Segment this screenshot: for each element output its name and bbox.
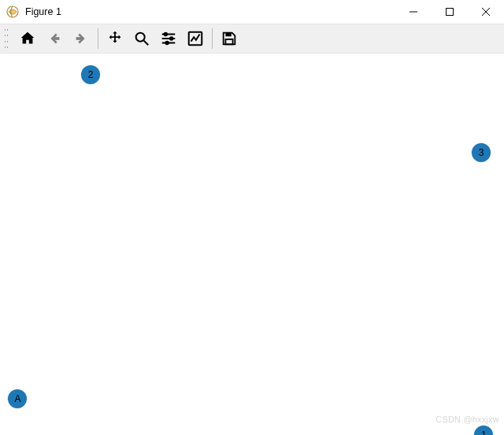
toolbar bbox=[0, 24, 504, 53]
plot-canvas[interactable]: A231 bbox=[0, 53, 504, 435]
minimize-button[interactable] bbox=[395, 0, 432, 24]
toolbar-separator bbox=[212, 28, 213, 49]
node-2[interactable]: 2 bbox=[81, 65, 100, 84]
node-A[interactable]: A bbox=[8, 389, 27, 408]
watermark: CSDN @hxxjxw bbox=[435, 415, 499, 424]
svg-rect-3 bbox=[76, 37, 83, 40]
save-button[interactable] bbox=[216, 27, 243, 50]
pan-button[interactable] bbox=[102, 27, 128, 50]
titlebar: Figure 1 bbox=[0, 0, 504, 24]
close-button[interactable] bbox=[468, 0, 504, 24]
svg-point-5 bbox=[165, 33, 168, 36]
home-button[interactable] bbox=[14, 27, 41, 50]
svg-rect-2 bbox=[52, 37, 59, 40]
toolbar-grip bbox=[5, 29, 9, 48]
node-3[interactable]: 3 bbox=[472, 143, 491, 162]
forward-button[interactable] bbox=[68, 27, 94, 50]
zoom-button[interactable] bbox=[128, 27, 155, 50]
svg-point-7 bbox=[165, 42, 169, 45]
svg-rect-1 bbox=[447, 9, 454, 16]
back-button[interactable] bbox=[41, 27, 68, 50]
subplots-button[interactable] bbox=[155, 27, 182, 50]
svg-point-4 bbox=[136, 33, 145, 42]
svg-rect-9 bbox=[225, 33, 231, 37]
window-title: Figure 1 bbox=[25, 6, 61, 17]
app-icon bbox=[6, 6, 19, 18]
svg-rect-10 bbox=[225, 39, 232, 44]
window-controls bbox=[395, 0, 504, 24]
axes-button[interactable] bbox=[182, 27, 209, 50]
toolbar-separator bbox=[98, 28, 98, 49]
svg-point-6 bbox=[170, 37, 173, 40]
maximize-button[interactable] bbox=[432, 0, 468, 24]
node-1[interactable]: 1 bbox=[474, 426, 493, 435]
